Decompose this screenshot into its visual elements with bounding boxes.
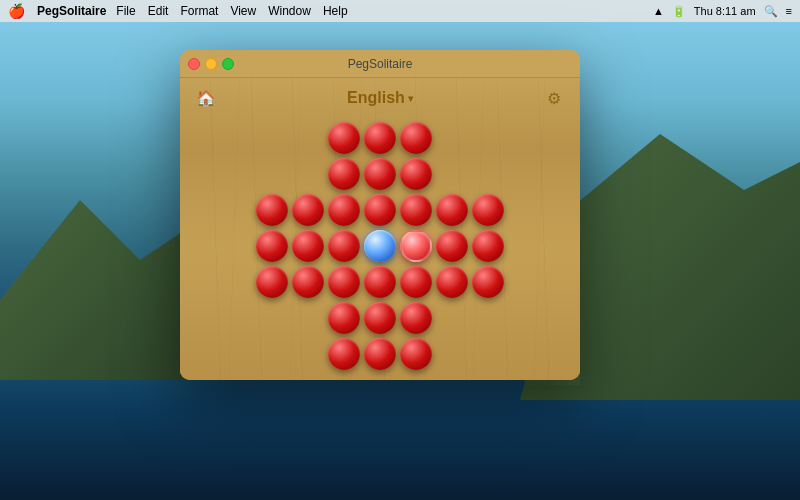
peg-red[interactable] <box>328 230 360 262</box>
peg-red[interactable] <box>292 266 324 298</box>
peg-red[interactable] <box>400 266 432 298</box>
peg-spacer <box>256 302 288 334</box>
peg-red[interactable] <box>436 194 468 226</box>
peg-grid <box>256 122 504 370</box>
peg-spacer <box>292 302 324 334</box>
peg-red[interactable] <box>256 230 288 262</box>
time-display: Thu 8:11 am <box>694 5 756 17</box>
peg-red[interactable] <box>364 302 396 334</box>
app-window: PegSolitaire 🏠 English ▾ ⚙ ↺ 000 ⏱ 00:07… <box>180 50 580 380</box>
window-title: PegSolitaire <box>348 57 413 71</box>
peg-red[interactable] <box>292 194 324 226</box>
peg-spacer <box>472 302 504 334</box>
peg-spacer <box>256 122 288 154</box>
menu-bar-right: ▲ 🔋 Thu 8:11 am 🔍 ≡ <box>653 5 792 18</box>
apple-menu-icon[interactable]: 🍎 <box>8 3 25 19</box>
menu-bar-items: File Edit Format View Window Help <box>116 4 347 18</box>
peg-red[interactable] <box>364 122 396 154</box>
peg-red[interactable] <box>400 338 432 370</box>
peg-red[interactable] <box>328 158 360 190</box>
peg-red[interactable] <box>364 194 396 226</box>
menu-bar: 🍎 PegSolitaire File Edit Format View Win… <box>0 0 800 22</box>
battery-icon: 🔋 <box>672 5 686 18</box>
peg-spacer <box>436 302 468 334</box>
peg-red[interactable] <box>436 266 468 298</box>
peg-red[interactable] <box>328 266 360 298</box>
peg-row-6 <box>256 338 504 370</box>
menu-window[interactable]: Window <box>268 4 311 18</box>
search-icon[interactable]: 🔍 <box>764 5 778 18</box>
peg-spacer <box>256 158 288 190</box>
peg-spacer <box>436 338 468 370</box>
peg-spacer <box>472 338 504 370</box>
peg-red[interactable] <box>472 194 504 226</box>
peg-selected[interactable] <box>364 230 396 262</box>
control-center-icon[interactable]: ≡ <box>786 5 792 17</box>
maximize-button[interactable] <box>222 58 234 70</box>
peg-red[interactable] <box>400 158 432 190</box>
peg-red[interactable] <box>364 266 396 298</box>
peg-spacer <box>256 338 288 370</box>
bottom-bar: ↺ 000 ⏱ 00:07 🔊 <box>180 374 580 380</box>
peg-red[interactable] <box>328 338 360 370</box>
language-selector[interactable]: English ▾ <box>347 89 413 107</box>
peg-red[interactable] <box>364 338 396 370</box>
peg-red[interactable] <box>364 158 396 190</box>
peg-row-5 <box>256 302 504 334</box>
home-button[interactable]: 🏠 <box>192 84 220 112</box>
peg-red[interactable] <box>436 230 468 262</box>
title-bar: PegSolitaire <box>180 50 580 78</box>
traffic-lights <box>188 58 234 70</box>
game-area <box>180 118 580 374</box>
peg-spacer <box>292 338 324 370</box>
peg-spacer <box>436 158 468 190</box>
peg-spacer <box>436 122 468 154</box>
peg-red[interactable] <box>472 230 504 262</box>
peg-spacer <box>292 122 324 154</box>
peg-row-3 <box>256 230 504 262</box>
wifi-icon: ▲ <box>653 5 664 17</box>
peg-red[interactable] <box>292 230 324 262</box>
peg-red[interactable] <box>472 266 504 298</box>
menu-file[interactable]: File <box>116 4 135 18</box>
peg-row-4 <box>256 266 504 298</box>
close-button[interactable] <box>188 58 200 70</box>
peg-red[interactable] <box>256 194 288 226</box>
peg-red[interactable] <box>328 302 360 334</box>
minimize-button[interactable] <box>205 58 217 70</box>
language-dropdown-arrow: ▾ <box>408 93 413 104</box>
peg-red[interactable] <box>328 194 360 226</box>
language-label: English <box>347 89 405 107</box>
menu-view[interactable]: View <box>230 4 256 18</box>
app-name-menu[interactable]: PegSolitaire <box>37 4 106 18</box>
peg-row-1 <box>256 158 504 190</box>
peg-red[interactable] <box>400 122 432 154</box>
peg-row-2 <box>256 194 504 226</box>
peg-red[interactable] <box>256 266 288 298</box>
peg-red[interactable] <box>400 302 432 334</box>
peg-spacer <box>472 122 504 154</box>
peg-spacer <box>472 158 504 190</box>
peg-red[interactable] <box>400 194 432 226</box>
menu-format[interactable]: Format <box>180 4 218 18</box>
peg-red[interactable] <box>328 122 360 154</box>
menu-help[interactable]: Help <box>323 4 348 18</box>
settings-button[interactable]: ⚙ <box>540 84 568 112</box>
peg-target[interactable] <box>400 230 432 262</box>
toolbar: 🏠 English ▾ ⚙ <box>180 78 580 118</box>
menu-edit[interactable]: Edit <box>148 4 169 18</box>
peg-spacer <box>292 158 324 190</box>
peg-row-0 <box>256 122 504 154</box>
